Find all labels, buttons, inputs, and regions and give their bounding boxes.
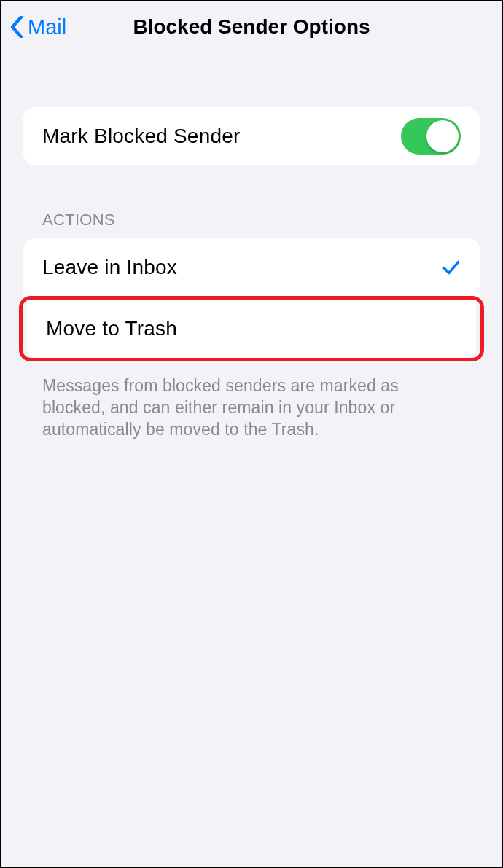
mark-blocked-sender-row[interactable]: Mark Blocked Sender bbox=[23, 107, 480, 165]
action-leave-in-inbox[interactable]: Leave in Inbox bbox=[23, 238, 480, 297]
content-area: Mark Blocked Sender ACTIONS Leave in Inb… bbox=[1, 52, 502, 441]
toggle-knob bbox=[426, 120, 459, 152]
highlight-annotation: Move to Trash bbox=[19, 296, 484, 361]
action-label: Leave in Inbox bbox=[42, 256, 177, 279]
action-move-to-trash[interactable]: Move to Trash bbox=[27, 300, 476, 358]
checkmark-icon bbox=[442, 258, 461, 277]
page-title: Blocked Sender Options bbox=[13, 15, 490, 39]
toggle-group: Mark Blocked Sender bbox=[23, 107, 480, 165]
back-label: Mail bbox=[28, 15, 66, 39]
action-label: Move to Trash bbox=[46, 317, 177, 340]
mark-blocked-sender-toggle[interactable] bbox=[401, 118, 461, 155]
back-button[interactable]: Mail bbox=[10, 15, 66, 39]
mark-blocked-sender-label: Mark Blocked Sender bbox=[42, 125, 240, 148]
chevron-left-icon bbox=[10, 16, 23, 38]
actions-group-top: Leave in Inbox bbox=[23, 238, 480, 297]
navigation-bar: Mail Blocked Sender Options bbox=[1, 1, 502, 52]
actions-section-header: ACTIONS bbox=[23, 211, 480, 238]
actions-footer-text: Messages from blocked senders are marked… bbox=[23, 362, 480, 441]
